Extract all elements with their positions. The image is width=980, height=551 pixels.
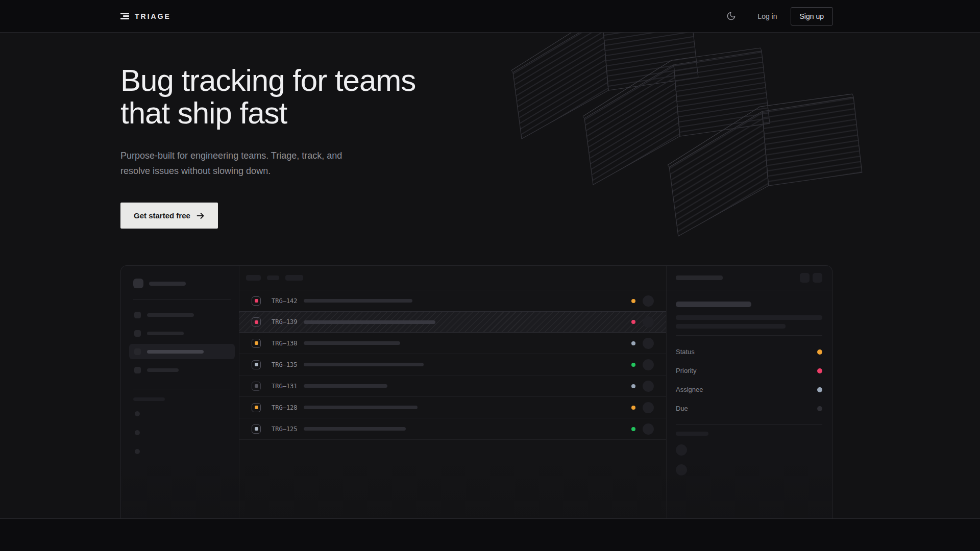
sidebar-item-skeleton <box>129 362 235 378</box>
field-value-dot <box>817 406 822 411</box>
sidebar-item-icon-placeholder <box>134 312 141 318</box>
field-value-dot <box>817 387 822 392</box>
issue-title-skeleton-large <box>676 302 751 307</box>
triage-logo-icon <box>120 13 129 19</box>
issue-list: TRG–142 TRG–139 TRG–138 TRG–135 TRG–131 <box>239 290 666 440</box>
sidebar-item-active-skeleton <box>129 344 235 359</box>
sidebar-item-label-skeleton <box>147 313 194 317</box>
detail-panel-header <box>667 266 832 290</box>
detail-field-row: Priority <box>676 361 822 380</box>
issue-title-skeleton <box>304 406 418 409</box>
filter-pill-skeleton <box>267 276 279 280</box>
detail-fields: Status Priority Assignee Due <box>676 342 822 418</box>
sidebar-section-label-skeleton <box>133 397 165 401</box>
issue-status-dot <box>631 363 635 367</box>
description-line-skeleton <box>676 315 822 320</box>
detail-field-row: Assignee <box>676 380 822 399</box>
issue-avatar-placeholder <box>643 402 654 413</box>
sidebar-item-icon-placeholder <box>134 348 141 355</box>
issue-status-dot <box>631 406 635 410</box>
mockup-sidebar <box>121 266 239 518</box>
sidebar-item-label-skeleton <box>147 350 204 354</box>
issue-title-skeleton <box>304 427 406 431</box>
activity-avatar-placeholder <box>676 464 687 475</box>
signup-button[interactable]: Sign up <box>791 7 833 26</box>
issue-id: TRG–142 <box>272 297 300 305</box>
sidebar-dot-placeholder <box>135 411 140 416</box>
issue-status-dot <box>631 384 635 388</box>
issue-id: TRG–139 <box>272 318 300 325</box>
field-label: Status <box>676 348 695 356</box>
issue-row: TRG–128 <box>239 397 666 418</box>
detail-panel-body: Status Priority Assignee Due <box>667 290 832 475</box>
login-link[interactable]: Log in <box>757 12 777 20</box>
issue-row: TRG–125 <box>239 418 666 440</box>
arrow-right-icon <box>197 212 205 219</box>
list-filter-bar <box>239 266 666 290</box>
sidebar-item-skeleton <box>129 307 235 322</box>
hero-subtitle: Purpose-built for engineering teams. Tri… <box>120 148 364 179</box>
cta-label: Get started free <box>134 211 190 220</box>
detail-field-row: Status <box>676 342 822 361</box>
hero-title-line2: that ship fast <box>120 96 287 130</box>
theme-toggle-button[interactable] <box>724 9 738 23</box>
navbar: TRIAGE Log in Sign up <box>0 0 980 33</box>
issue-avatar-placeholder <box>643 359 654 370</box>
issue-title-skeleton <box>304 384 387 388</box>
issue-avatar-placeholder <box>643 295 654 307</box>
issue-title-skeleton <box>304 299 412 303</box>
sidebar-dot-placeholder <box>135 430 140 435</box>
issue-title-skeleton <box>304 363 424 366</box>
issue-status-dot <box>631 341 635 345</box>
sidebar-item-icon-placeholder <box>134 367 141 373</box>
issue-id: TRG–135 <box>272 361 300 368</box>
issue-id: TRG–128 <box>272 404 300 411</box>
field-label: Priority <box>676 367 696 374</box>
issue-status-dot <box>631 320 635 324</box>
sidebar-item-skeleton <box>129 325 235 341</box>
panel-action-placeholder <box>813 273 822 283</box>
brand-logo[interactable]: TRIAGE <box>120 12 171 20</box>
issue-row: TRG–138 <box>239 333 666 354</box>
issue-type-icon <box>252 339 261 348</box>
detail-header-skeleton <box>676 276 723 280</box>
issue-row: TRG–131 <box>239 375 666 397</box>
hero-title: Bug tracking for teams that ship fast <box>120 64 415 130</box>
field-value-dot <box>817 368 822 373</box>
issue-status-dot <box>631 427 635 431</box>
activity-avatar-placeholder <box>676 444 687 456</box>
workspace-avatar-placeholder <box>133 279 143 288</box>
issue-row: TRG–139 <box>239 311 666 333</box>
sidebar-item-icon-placeholder <box>134 330 141 337</box>
sidebar-divider <box>133 299 231 300</box>
issue-avatar-placeholder <box>643 423 654 435</box>
issue-type-icon <box>252 403 261 412</box>
panel-divider <box>676 424 822 425</box>
description-line-skeleton <box>676 324 786 329</box>
issue-avatar-placeholder <box>643 338 654 349</box>
issue-type-icon <box>252 317 261 327</box>
issue-type-icon <box>252 360 261 369</box>
issue-type-icon <box>252 424 261 434</box>
get-started-button[interactable]: Get started free <box>120 203 218 229</box>
sidebar-item-label-skeleton <box>147 332 184 335</box>
mockup-detail-panel: Status Priority Assignee Due <box>667 266 832 518</box>
issue-row: TRG–142 <box>239 290 666 312</box>
field-label: Due <box>676 405 688 412</box>
sidebar-item-label-skeleton <box>147 368 179 372</box>
detail-panel-actions <box>800 273 822 283</box>
field-label: Assignee <box>676 386 703 393</box>
field-value-dot <box>817 349 822 355</box>
issue-id: TRG–138 <box>272 340 300 347</box>
mockup-issue-list-pane: TRG–142 TRG–139 TRG–138 TRG–135 TRG–131 <box>239 266 667 518</box>
filter-pill-skeleton <box>246 275 261 281</box>
issue-title-skeleton <box>304 341 400 345</box>
panel-divider <box>676 335 822 336</box>
hero-title-line1: Bug tracking for teams <box>120 63 415 97</box>
issue-avatar-placeholder <box>643 316 654 328</box>
footer-strip <box>0 518 980 551</box>
issue-id: TRG–131 <box>272 383 300 390</box>
sidebar-divider <box>133 389 231 389</box>
issue-status-dot <box>631 299 635 303</box>
issue-title-skeleton <box>304 320 435 324</box>
